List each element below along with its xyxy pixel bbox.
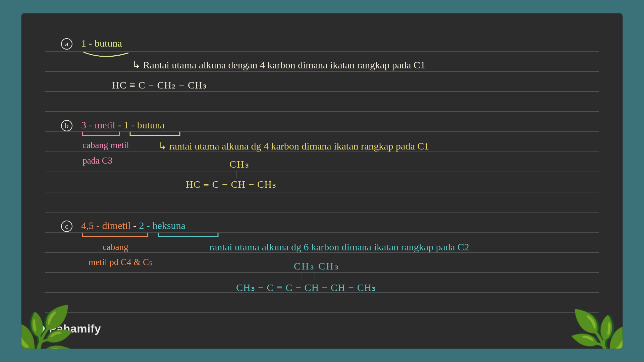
note-b: ↳ rantai utama alkuna dg 4 karbon dimana… — [158, 140, 596, 152]
notes-content: a 1 - butuna ↳ Rantai utama alkuna denga… — [21, 13, 623, 349]
chalkboard: a 1 - butuna ↳ Rantai utama alkuna denga… — [21, 13, 623, 349]
bar-b: | — [236, 169, 596, 178]
note-c: rantai utama alkuna dg 6 karbon dimana i… — [209, 241, 596, 253]
title-c-main: 2 - heksuna — [139, 220, 185, 231]
sub-c: CH₃ CH₃ — [294, 260, 596, 272]
bracket-c-cyan — [157, 233, 221, 240]
marker-c: c — [61, 221, 72, 232]
title-a: 1 - butuna — [81, 38, 596, 49]
title-b-main: 1 - butuna — [124, 119, 165, 130]
title-c: 4,5 - dimetil - 2 - heksuna — [81, 220, 596, 231]
bracket-b-pink — [81, 132, 123, 139]
note-a: ↳ Rantai utama alkuna dengan 4 karbon di… — [132, 59, 596, 71]
leaf-icon: 🌿 — [21, 307, 80, 349]
formula-a: HC ≡ C − CH₂ − CH₃ — [112, 79, 596, 91]
bar-c: | | — [301, 272, 596, 281]
underline-a — [81, 51, 131, 60]
marker-b: b — [61, 120, 72, 131]
bracket-c-orange — [81, 233, 150, 240]
marker-a: a — [61, 38, 72, 50]
formula-b: HC ≡ C − CH − CH₃ — [186, 178, 596, 190]
sub-b: CH₃ — [229, 158, 596, 170]
bracket-b-yellow — [129, 132, 182, 139]
title-c-branch: 4,5 - dimetil — [81, 220, 130, 231]
leaf-icon: 🌿 — [564, 312, 623, 349]
formula-c: CH₃ − C ≡ C − CH − CH − CH₃ — [236, 282, 596, 293]
title-b-branch: 3 - metil — [81, 119, 115, 130]
title-b: 3 - metil - 1 - butuna — [81, 119, 596, 131]
